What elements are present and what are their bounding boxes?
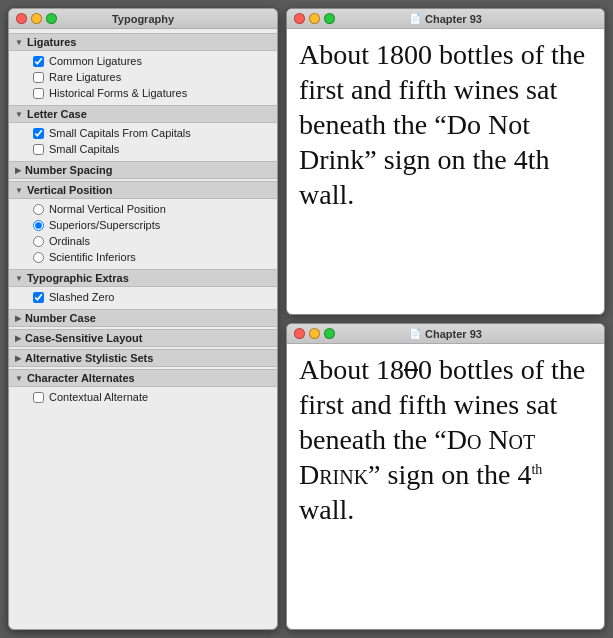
preview-bottom-text: About 1800 bottles of the first and fift… xyxy=(299,352,592,527)
section-number-case-header[interactable]: Number Case xyxy=(9,309,277,327)
preview-window-top: 📄 Chapter 93 About 1800 bottles of the f… xyxy=(286,8,605,315)
section-case-sensitive-label: Case-Sensitive Layout xyxy=(25,332,142,344)
section-character-alternates-items: Contextual Alternate xyxy=(9,387,277,407)
preview-top-min[interactable] xyxy=(309,13,320,24)
section-letter-case-label: Letter Case xyxy=(27,108,87,120)
section-vertical-position-header[interactable]: Vertical Position xyxy=(9,181,277,199)
small-capitals-checkbox[interactable] xyxy=(33,144,44,155)
preview-top-title: 📄 Chapter 93 xyxy=(409,13,482,25)
preview-top-title-text: Chapter 93 xyxy=(425,13,482,25)
section-triangle-number-case xyxy=(15,314,21,323)
small-caps-from-capitals-label: Small Capitals From Capitals xyxy=(49,127,191,139)
list-item[interactable]: Ordinals xyxy=(9,233,277,249)
typography-panel: Typography Ligatures Common Ligatures Ra… xyxy=(8,8,278,630)
section-triangle-number-spacing xyxy=(15,166,21,175)
list-item[interactable]: Scientific Inferiors xyxy=(9,249,277,265)
preview-bottom-close[interactable] xyxy=(294,328,305,339)
preview-bottom-min[interactable] xyxy=(309,328,320,339)
list-item[interactable]: Contextual Alternate xyxy=(9,389,277,405)
preview-bottom-buttons xyxy=(294,328,335,339)
ordinals-label: Ordinals xyxy=(49,235,90,247)
historical-forms-label: Historical Forms & Ligatures xyxy=(49,87,187,99)
section-typographic-extras-label: Typographic Extras xyxy=(27,272,129,284)
section-ligatures-items: Common Ligatures Rare Ligatures Historic… xyxy=(9,51,277,103)
section-character-alternates-header[interactable]: Character Alternates xyxy=(9,369,277,387)
right-panels: 📄 Chapter 93 About 1800 bottles of the f… xyxy=(286,8,605,630)
preview-top-close[interactable] xyxy=(294,13,305,24)
section-triangle-typographic-extras xyxy=(15,274,23,283)
section-vertical-position-items: Normal Vertical Position Superiors/Super… xyxy=(9,199,277,267)
preview-top-max[interactable] xyxy=(324,13,335,24)
section-typographic-extras-items: Slashed Zero xyxy=(9,287,277,307)
list-item[interactable]: Rare Ligatures xyxy=(9,69,277,85)
section-ligatures-header[interactable]: Ligatures xyxy=(9,33,277,51)
scientific-inferiors-label: Scientific Inferiors xyxy=(49,251,136,263)
historical-forms-checkbox[interactable] xyxy=(33,88,44,99)
panel-title: Typography xyxy=(112,13,174,25)
panel-content: Ligatures Common Ligatures Rare Ligature… xyxy=(9,29,277,629)
section-triangle-letter-case xyxy=(15,110,23,119)
list-item[interactable]: Common Ligatures xyxy=(9,53,277,69)
slashed-zero-label: Slashed Zero xyxy=(49,291,114,303)
preview-titlebar-bottom: 📄 Chapter 93 xyxy=(287,324,604,344)
titlebar-buttons xyxy=(16,13,57,24)
maximize-button[interactable] xyxy=(46,13,57,24)
list-item[interactable]: Superiors/Superscripts xyxy=(9,217,277,233)
normal-vertical-radio[interactable] xyxy=(33,204,44,215)
ordinals-radio[interactable] xyxy=(33,236,44,247)
preview-top-content: About 1800 bottles of the first and fift… xyxy=(287,29,604,314)
superiors-radio[interactable] xyxy=(33,220,44,231)
list-item[interactable]: Normal Vertical Position xyxy=(9,201,277,217)
rare-ligatures-label: Rare Ligatures xyxy=(49,71,121,83)
section-triangle-ligatures xyxy=(15,38,23,47)
common-ligatures-label: Common Ligatures xyxy=(49,55,142,67)
scientific-inferiors-radio[interactable] xyxy=(33,252,44,263)
typography-titlebar: Typography xyxy=(9,9,277,29)
section-triangle-case-sensitive xyxy=(15,334,21,343)
section-vertical-position-label: Vertical Position xyxy=(27,184,113,196)
preview-window-bottom: 📄 Chapter 93 About 1800 bottles of the f… xyxy=(286,323,605,630)
preview-bottom-content: About 1800 bottles of the first and fift… xyxy=(287,344,604,629)
list-item[interactable]: Historical Forms & Ligatures xyxy=(9,85,277,101)
list-item[interactable]: Slashed Zero xyxy=(9,289,277,305)
preview-bottom-title: 📄 Chapter 93 xyxy=(409,328,482,340)
contextual-alternate-label: Contextual Alternate xyxy=(49,391,148,403)
section-number-spacing-header[interactable]: Number Spacing xyxy=(9,161,277,179)
section-stylistic-sets-label: Alternative Stylistic Sets xyxy=(25,352,153,364)
section-character-alternates-label: Character Alternates xyxy=(27,372,135,384)
section-typographic-extras-header[interactable]: Typographic Extras xyxy=(9,269,277,287)
section-triangle-character-alternates xyxy=(15,374,23,383)
section-ligatures-label: Ligatures xyxy=(27,36,77,48)
preview-top-buttons xyxy=(294,13,335,24)
superiors-label: Superiors/Superscripts xyxy=(49,219,160,231)
section-stylistic-sets-header[interactable]: Alternative Stylistic Sets xyxy=(9,349,277,367)
preview-bottom-max[interactable] xyxy=(324,328,335,339)
contextual-alternate-checkbox[interactable] xyxy=(33,392,44,403)
slashed-zero-checkbox[interactable] xyxy=(33,292,44,303)
preview-bottom-title-text: Chapter 93 xyxy=(425,328,482,340)
preview-top-text: About 1800 bottles of the first and fift… xyxy=(299,37,592,212)
section-case-sensitive-header[interactable]: Case-Sensitive Layout xyxy=(9,329,277,347)
section-triangle-stylistic-sets xyxy=(15,354,21,363)
document-icon-bottom: 📄 xyxy=(409,328,421,339)
section-triangle-vertical-position xyxy=(15,186,23,195)
rare-ligatures-checkbox[interactable] xyxy=(33,72,44,83)
list-item[interactable]: Small Capitals From Capitals xyxy=(9,125,277,141)
normal-vertical-label: Normal Vertical Position xyxy=(49,203,166,215)
document-icon: 📄 xyxy=(409,13,421,24)
section-letter-case-items: Small Capitals From Capitals Small Capit… xyxy=(9,123,277,159)
small-capitals-label: Small Capitals xyxy=(49,143,119,155)
section-number-spacing-label: Number Spacing xyxy=(25,164,112,176)
small-caps-from-capitals-checkbox[interactable] xyxy=(33,128,44,139)
preview-titlebar-top: 📄 Chapter 93 xyxy=(287,9,604,29)
section-number-case-label: Number Case xyxy=(25,312,96,324)
list-item[interactable]: Small Capitals xyxy=(9,141,277,157)
section-letter-case-header[interactable]: Letter Case xyxy=(9,105,277,123)
common-ligatures-checkbox[interactable] xyxy=(33,56,44,67)
close-button[interactable] xyxy=(16,13,27,24)
minimize-button[interactable] xyxy=(31,13,42,24)
